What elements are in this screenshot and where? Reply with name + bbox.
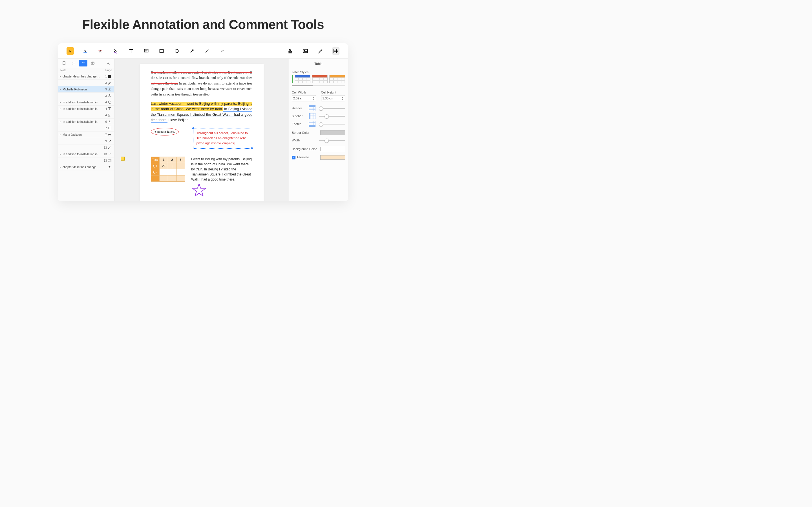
image-icon	[107, 159, 112, 163]
header-style-icon[interactable]	[309, 105, 315, 111]
header-slider[interactable]	[319, 108, 345, 109]
link-icon	[107, 152, 112, 156]
svg-text:A: A	[109, 75, 111, 78]
note-row[interactable]: ▸In addition to installation instru…13	[58, 151, 114, 158]
svg-text:A: A	[109, 166, 110, 169]
outline-tab[interactable]	[69, 60, 78, 66]
svg-point-26	[72, 64, 73, 64]
note-icon	[107, 87, 112, 91]
annotations-tab[interactable]: A	[79, 60, 87, 66]
text-icon	[107, 107, 112, 111]
note-row[interactable]: 3	[58, 80, 114, 86]
search-tab[interactable]	[104, 60, 112, 66]
table-tool[interactable]	[332, 47, 340, 55]
svg-point-14	[290, 49, 291, 50]
arrow-tool[interactable]	[188, 47, 196, 55]
hero-title: Flexible Annotation and Comment Tools	[0, 0, 406, 43]
image-tool[interactable]	[302, 47, 309, 55]
svg-text:A: A	[84, 49, 86, 53]
alternate-color-chip[interactable]	[320, 155, 345, 160]
svg-rect-40	[108, 88, 111, 90]
snapshot-tab[interactable]	[89, 60, 97, 66]
svg-rect-67	[309, 113, 310, 119]
app-window: A A A	[58, 43, 348, 201]
table-style-swatch[interactable]	[312, 75, 328, 83]
paragraph-strikethrough: Our implementation does not extend at al…	[151, 70, 252, 97]
footer-style-icon[interactable]	[309, 121, 315, 127]
sticky-note-icon[interactable]	[121, 157, 124, 161]
note-row[interactable]: ▸Maria Jackson7A	[58, 131, 114, 138]
border-width-row: Width	[292, 136, 345, 144]
note-row[interactable]: ▸In addition to installation instru…4	[58, 106, 114, 112]
textbox-annotation[interactable]: Throughout his career, Jobs liked to see…	[193, 128, 252, 149]
note-row[interactable]: 13	[58, 158, 114, 164]
svg-rect-49	[108, 127, 111, 129]
cell-height-input[interactable]: 1.30 cm▲▼	[321, 95, 345, 101]
sidebar-slider[interactable]	[319, 116, 345, 117]
note-row[interactable]: ▸In addition to installation instru…6A	[58, 119, 114, 125]
strike-icon: A	[107, 165, 112, 169]
table-style-swatch[interactable]	[329, 75, 345, 83]
note-tool[interactable]	[143, 47, 150, 55]
style-scrollbar[interactable]	[292, 85, 345, 86]
inserted-table[interactable]: Total123Q122|Q2	[151, 157, 185, 199]
svg-rect-23	[63, 62, 65, 65]
note-row[interactable]: 13	[58, 145, 114, 151]
svg-point-24	[72, 62, 73, 62]
note-list-header: Note Page	[58, 68, 114, 73]
arrow-connector	[183, 138, 188, 138]
table-style-picker[interactable]	[292, 75, 345, 83]
cell-width-input[interactable]: 2.02 cm▲▼	[292, 95, 316, 101]
background-color-chip[interactable]	[320, 147, 345, 151]
svg-text:A: A	[109, 133, 110, 136]
note-row[interactable]: ▸chapter describes change Sho…1A	[58, 73, 114, 80]
text-tool[interactable]	[128, 47, 135, 55]
note-row[interactable]: 7	[58, 125, 114, 131]
line-tool[interactable]	[204, 47, 211, 55]
circle-icon	[107, 100, 112, 104]
table-style-swatch[interactable]	[295, 75, 310, 83]
arrow-icon	[107, 139, 112, 143]
circle-tool[interactable]	[173, 47, 181, 55]
rectangle-tool[interactable]	[158, 47, 165, 55]
document-viewport[interactable]: Our implementation does not extend at al…	[114, 59, 289, 201]
underline-tool[interactable]: A	[82, 47, 89, 55]
note-row[interactable]: 9	[58, 138, 114, 145]
link-tool[interactable]	[219, 47, 226, 55]
footer-slider[interactable]	[319, 124, 345, 124]
pages-tab[interactable]	[60, 60, 68, 66]
note-row[interactable]: ▸Michelle Robinson3	[58, 86, 114, 93]
svg-rect-18	[334, 49, 338, 53]
svg-text:A: A	[68, 49, 71, 53]
footer-option: Footer	[292, 120, 345, 128]
cell-height-label: Cell Height	[321, 91, 345, 94]
svg-rect-61	[309, 105, 315, 107]
border-color-row: Border Color	[292, 129, 345, 136]
sidebar-style-icon[interactable]	[309, 113, 315, 119]
border-width-slider[interactable]	[319, 140, 345, 141]
note-row[interactable]: ▸chapter describes change Sho…A	[58, 164, 114, 170]
alternate-checkbox[interactable]: ✓	[292, 156, 296, 159]
highlight-tool[interactable]: A	[66, 47, 74, 55]
squiggle-tool[interactable]	[112, 47, 119, 55]
signature-tool[interactable]	[317, 47, 324, 55]
alternate-row: ✓Alternate	[292, 154, 345, 161]
note-row[interactable]: 4	[58, 112, 114, 119]
panel-tabs: A	[58, 59, 114, 68]
svg-point-11	[175, 49, 179, 53]
svg-point-17	[304, 50, 305, 51]
svg-point-36	[107, 62, 109, 64]
stamp-tool[interactable]	[287, 47, 294, 55]
border-color-chip[interactable]	[320, 130, 345, 135]
svg-line-52	[109, 140, 111, 143]
strikethrough-tool[interactable]: A	[97, 47, 104, 55]
cell-width-label: Cell Width	[292, 91, 316, 94]
strike-icon: A	[107, 133, 112, 136]
note-row[interactable]: 3	[58, 93, 114, 99]
svg-line-37	[109, 64, 110, 64]
svg-line-53	[108, 147, 111, 149]
note-row[interactable]: ▸In addition to installation instru…4	[58, 99, 114, 106]
note-list[interactable]: ▸chapter describes change Sho…1A3▸Michel…	[58, 73, 114, 201]
svg-rect-33	[91, 62, 94, 64]
oval-annotation[interactable]: "You guys failed,"	[151, 128, 179, 135]
